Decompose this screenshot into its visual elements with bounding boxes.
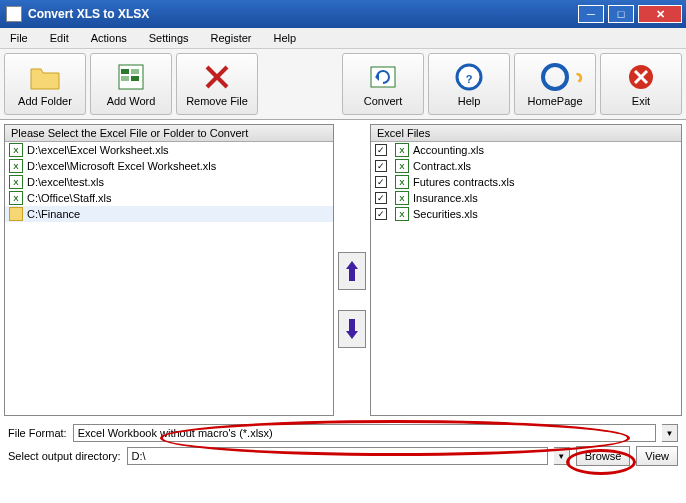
excel-icon [115, 61, 147, 93]
arrow-up-icon [344, 259, 360, 283]
menu-actions[interactable]: Actions [87, 30, 131, 46]
toolbar-label: Help [458, 95, 481, 107]
titlebar: Convert XLS to XLSX ─ □ ✕ [0, 0, 686, 28]
help-icon: ? [453, 61, 485, 93]
maximize-button[interactable]: □ [608, 5, 634, 23]
list-item[interactable]: ✓XSecurities.xls [371, 206, 681, 222]
svg-rect-3 [121, 76, 129, 81]
item-path: C:\Office\Staff.xls [27, 192, 112, 204]
toolbar-label: Exit [632, 95, 650, 107]
svg-rect-1 [121, 69, 129, 74]
excel-icon: X [395, 175, 409, 189]
toolbar: Add FolderAdd WordRemove FileConvert?Hel… [0, 49, 686, 120]
window-title: Convert XLS to XLSX [28, 7, 578, 21]
checkbox[interactable]: ✓ [375, 144, 387, 156]
item-path: D:\excel\Microsoft Excel Worksheet.xls [27, 160, 216, 172]
exit-icon [625, 61, 657, 93]
item-name: Accounting.xls [413, 144, 484, 156]
excel-icon: X [9, 191, 23, 205]
source-panel-header: Please Select the Excel File or Folder t… [5, 125, 333, 142]
excel-icon: X [395, 207, 409, 221]
arrow-down-icon [344, 317, 360, 341]
excel-icon: X [9, 159, 23, 173]
list-item[interactable]: XD:\excel\test.xls [5, 174, 333, 190]
list-item[interactable]: ✓XContract.xls [371, 158, 681, 174]
minimize-button[interactable]: ─ [578, 5, 604, 23]
convert-icon [367, 61, 399, 93]
add-folder-button[interactable]: Add Folder [4, 53, 86, 115]
menu-register[interactable]: Register [207, 30, 256, 46]
file-format-select[interactable] [73, 424, 656, 442]
convert-button[interactable]: Convert [342, 53, 424, 115]
files-list[interactable]: ✓XAccounting.xls✓XContract.xls✓XFutures … [371, 142, 681, 415]
move-up-button[interactable] [338, 252, 366, 290]
list-item[interactable]: C:\Finance [5, 206, 333, 222]
excel-icon: X [9, 143, 23, 157]
app-icon [6, 6, 22, 22]
list-item[interactable]: XD:\excel\Microsoft Excel Worksheet.xls [5, 158, 333, 174]
menu-settings[interactable]: Settings [145, 30, 193, 46]
source-panel: Please Select the Excel File or Folder t… [4, 124, 334, 416]
add-word-button[interactable]: Add Word [90, 53, 172, 115]
remove-file-button[interactable]: Remove File [176, 53, 258, 115]
svg-text:?: ? [466, 73, 473, 85]
files-panel-header: Excel Files [371, 125, 681, 142]
checkbox[interactable]: ✓ [375, 208, 387, 220]
list-item[interactable]: ✓XFutures contracts.xls [371, 174, 681, 190]
files-panel: Excel Files ✓XAccounting.xls✓XContract.x… [370, 124, 682, 416]
toolbar-label: Add Folder [18, 95, 72, 107]
toolbar-label: Convert [364, 95, 403, 107]
close-button[interactable]: ✕ [638, 5, 682, 23]
list-item[interactable]: ✓XInsurance.xls [371, 190, 681, 206]
item-name: Insurance.xls [413, 192, 478, 204]
exit-button[interactable]: Exit [600, 53, 682, 115]
output-dir-dropdown-icon[interactable]: ▼ [554, 447, 570, 465]
checkbox[interactable]: ✓ [375, 192, 387, 204]
excel-icon: X [395, 143, 409, 157]
remove-icon [201, 61, 233, 93]
item-path: D:\excel\Excel Worksheet.xls [27, 144, 169, 156]
toolbar-label: Remove File [186, 95, 248, 107]
menu-edit[interactable]: Edit [46, 30, 73, 46]
file-format-dropdown-icon[interactable]: ▼ [662, 424, 678, 442]
item-name: Futures contracts.xls [413, 176, 514, 188]
folder-icon [9, 207, 23, 221]
ie-icon [539, 61, 571, 93]
files-panel-title: Excel Files [377, 127, 675, 139]
excel-icon: X [395, 159, 409, 173]
svg-marker-15 [346, 319, 358, 339]
file-format-label: File Format: [8, 427, 67, 439]
checkbox[interactable]: ✓ [375, 176, 387, 188]
source-panel-title: Please Select the Excel File or Folder t… [11, 127, 327, 139]
help-button[interactable]: ?Help [428, 53, 510, 115]
excel-icon: X [395, 191, 409, 205]
svg-marker-14 [346, 261, 358, 281]
folder-icon [29, 61, 61, 93]
menu-help[interactable]: Help [270, 30, 301, 46]
svg-rect-4 [131, 76, 139, 81]
output-dir-label: Select output directory: [8, 450, 121, 462]
list-item[interactable]: XD:\excel\Excel Worksheet.xls [5, 142, 333, 158]
list-item[interactable]: ✓XAccounting.xls [371, 142, 681, 158]
menu-file[interactable]: File [6, 30, 32, 46]
output-dir-input[interactable] [127, 447, 548, 465]
checkbox[interactable]: ✓ [375, 160, 387, 172]
move-down-button[interactable] [338, 310, 366, 348]
homepage-button[interactable]: HomePage [514, 53, 596, 115]
excel-icon: X [9, 175, 23, 189]
view-button[interactable]: View [636, 446, 678, 466]
menubar: FileEditActionsSettingsRegisterHelp [0, 28, 686, 49]
svg-rect-2 [131, 69, 139, 74]
item-path: D:\excel\test.xls [27, 176, 104, 188]
item-name: Contract.xls [413, 160, 471, 172]
browse-button[interactable]: Browse [576, 446, 631, 466]
item-path: C:\Finance [27, 208, 80, 220]
source-list[interactable]: XD:\excel\Excel Worksheet.xlsXD:\excel\M… [5, 142, 333, 415]
item-name: Securities.xls [413, 208, 478, 220]
toolbar-label: Add Word [107, 95, 156, 107]
list-item[interactable]: XC:\Office\Staff.xls [5, 190, 333, 206]
toolbar-label: HomePage [527, 95, 582, 107]
